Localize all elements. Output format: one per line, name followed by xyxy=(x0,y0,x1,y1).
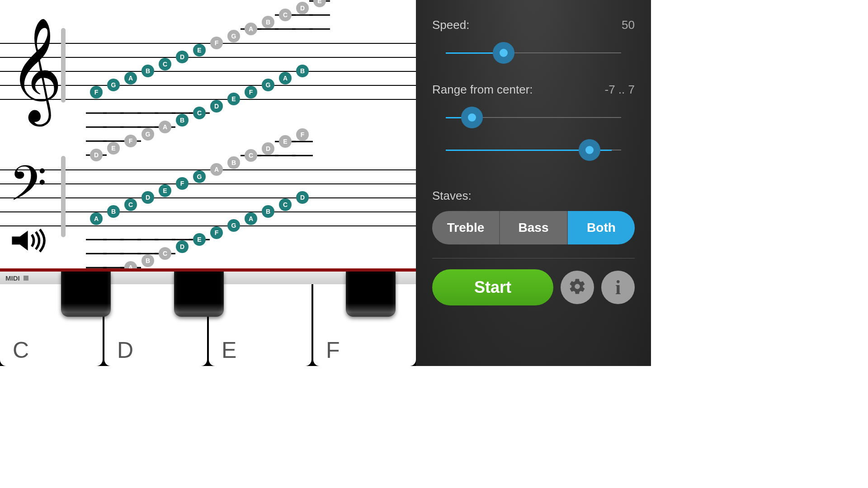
panel-separator xyxy=(432,258,635,258)
note-treble-d: D xyxy=(176,51,189,63)
svg-marker-0 xyxy=(12,230,28,250)
keyboard-divider xyxy=(0,268,416,272)
note-bass-c: C xyxy=(124,198,137,211)
note-bass-e: E xyxy=(193,233,206,246)
note-treble-g: G xyxy=(262,79,274,91)
note-treble-a: A xyxy=(159,121,171,133)
start-button[interactable]: Start xyxy=(432,269,553,305)
range-high-thumb[interactable] xyxy=(579,139,600,161)
bass-clef-icon: 𝄢 xyxy=(9,160,47,219)
range-high-slider[interactable] xyxy=(432,138,635,162)
range-low-slider[interactable] xyxy=(432,106,635,129)
note-bass-a: A xyxy=(90,212,103,225)
settings-panel: Speed: 50 Range from center: -7 .. 7 Sta… xyxy=(416,0,651,366)
note-bass-e: E xyxy=(279,135,292,148)
note-bass-e: E xyxy=(159,184,171,197)
note-bass-g: G xyxy=(227,219,240,232)
black-key-f-sharp[interactable] xyxy=(346,272,396,317)
note-treble-b: B xyxy=(262,16,274,28)
note-treble-a: A xyxy=(279,72,292,84)
note-bass-f: F xyxy=(176,177,189,190)
note-bass-b: B xyxy=(262,205,274,218)
info-button[interactable]: i xyxy=(601,271,635,304)
gear-icon xyxy=(568,277,586,297)
note-treble-b: B xyxy=(296,65,309,77)
note-treble-f: F xyxy=(245,86,257,99)
ledger-line xyxy=(309,14,330,16)
note-bass-b: B xyxy=(107,205,120,218)
midi-label: MIDI xyxy=(5,274,20,282)
note-treble-c: C xyxy=(279,9,292,21)
note-treble-d: D xyxy=(210,100,223,113)
range-value: -7 .. 7 xyxy=(605,83,635,97)
settings-button[interactable] xyxy=(561,271,594,304)
speed-value: 50 xyxy=(622,18,635,32)
treble-clef-icon: 𝄞 xyxy=(9,25,62,115)
staves-area: 𝄞𝄢 FGABCDEFGABCDEDEFGABCDEFGABABCDEFGABC… xyxy=(0,0,416,269)
note-treble-c: C xyxy=(193,107,206,119)
note-treble-g: G xyxy=(142,128,154,141)
note-treble-b: B xyxy=(142,65,154,77)
range-low-thumb[interactable] xyxy=(461,107,483,128)
note-bass-c: C xyxy=(159,247,171,260)
note-treble-c: C xyxy=(159,58,171,70)
note-treble-f: F xyxy=(124,135,137,147)
staff-barline xyxy=(61,28,66,103)
note-bass-a: A xyxy=(245,212,257,225)
note-treble-e: E xyxy=(227,93,240,105)
black-key-d-sharp[interactable] xyxy=(174,272,224,317)
black-key-c-sharp[interactable] xyxy=(61,272,111,317)
staves-label: Staves: xyxy=(432,189,472,203)
note-bass-d: D xyxy=(142,191,154,204)
midi-led-icon xyxy=(24,276,28,281)
note-treble-b: B xyxy=(176,114,189,127)
speed-slider-thumb[interactable] xyxy=(493,42,514,64)
start-button-label: Start xyxy=(474,278,511,297)
note-bass-c: C xyxy=(245,149,257,162)
staves-option-both[interactable]: Both xyxy=(568,211,635,244)
speed-slider[interactable] xyxy=(432,41,635,65)
staves-option-treble[interactable]: Treble xyxy=(432,211,500,244)
info-icon: i xyxy=(615,276,621,299)
key-label: C xyxy=(13,337,29,363)
ledger-line xyxy=(292,155,313,156)
speaker-icon xyxy=(10,229,50,253)
keyboard: MIDI CDEF xyxy=(0,272,416,366)
note-treble-a: A xyxy=(245,23,257,35)
note-treble-e: E xyxy=(313,0,326,7)
note-treble-f: F xyxy=(90,86,103,99)
staves-option-bass[interactable]: Bass xyxy=(500,211,568,244)
note-bass-b: B xyxy=(227,156,240,169)
note-bass-g: G xyxy=(193,170,206,183)
key-label: E xyxy=(222,337,236,363)
ledger-line xyxy=(309,28,330,30)
ledger-line xyxy=(292,141,313,142)
note-bass-d: D xyxy=(176,240,189,253)
sound-toggle[interactable] xyxy=(10,229,50,256)
note-treble-g: G xyxy=(227,30,240,42)
note-bass-b: B xyxy=(142,254,154,267)
key-label: D xyxy=(117,337,133,363)
note-treble-g: G xyxy=(107,79,120,91)
staves-segmented: TrebleBassBoth xyxy=(432,211,635,244)
note-treble-a: A xyxy=(124,72,137,84)
note-bass-c: C xyxy=(279,198,292,211)
note-bass-f: F xyxy=(210,226,223,239)
note-bass-f: F xyxy=(296,128,309,141)
note-bass-d: D xyxy=(262,142,274,155)
note-treble-f: F xyxy=(210,37,223,49)
key-label: F xyxy=(326,337,340,363)
speed-label: Speed: xyxy=(432,18,469,32)
staff-barline xyxy=(61,156,66,237)
note-treble-e: E xyxy=(107,142,120,155)
range-label: Range from center: xyxy=(432,83,533,97)
note-bass-d: D xyxy=(296,191,309,204)
note-treble-e: E xyxy=(193,44,206,56)
note-bass-a: A xyxy=(210,163,223,176)
note-treble-d: D xyxy=(296,2,309,14)
staff-stage: 𝄞𝄢 FGABCDEFGABCDEDEFGABCDEFGABABCDEFGABC… xyxy=(0,0,416,366)
white-key-e[interactable]: E xyxy=(209,284,311,366)
note-treble-d: D xyxy=(90,149,103,161)
